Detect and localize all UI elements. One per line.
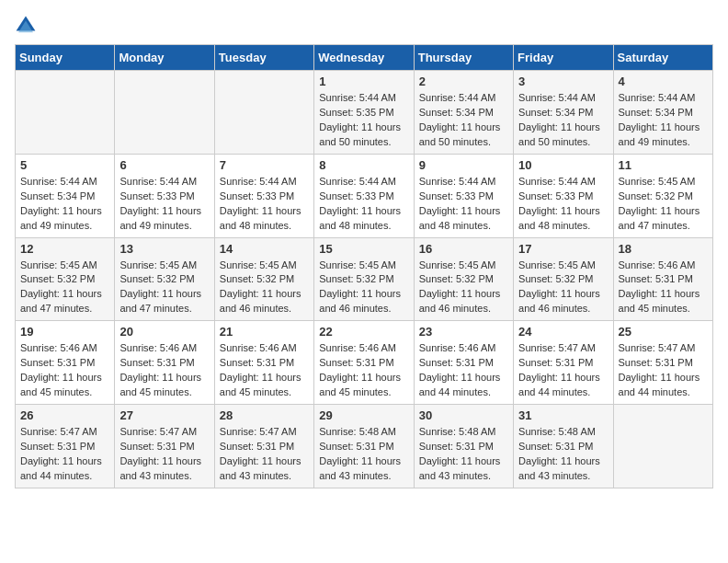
calendar-cell <box>613 405 712 488</box>
day-info: Sunrise: 5:47 AM Sunset: 5:31 PM Dayligh… <box>220 425 309 484</box>
day-info: Sunrise: 5:44 AM Sunset: 5:33 PM Dayligh… <box>119 175 209 234</box>
calendar-cell: 26Sunrise: 5:47 AM Sunset: 5:31 PM Dayli… <box>16 405 115 488</box>
calendar-cell: 17Sunrise: 5:45 AM Sunset: 5:32 PM Dayli… <box>514 237 613 321</box>
calendar-cell: 21Sunrise: 5:46 AM Sunset: 5:31 PM Dayli… <box>214 321 313 405</box>
header-day-saturday: Saturday <box>613 45 712 71</box>
calendar-cell: 2Sunrise: 5:44 AM Sunset: 5:34 PM Daylig… <box>414 71 513 155</box>
calendar-cell <box>214 71 313 155</box>
week-row-1: 1Sunrise: 5:44 AM Sunset: 5:35 PM Daylig… <box>16 71 713 155</box>
day-number: 21 <box>220 325 309 339</box>
calendar-cell: 29Sunrise: 5:48 AM Sunset: 5:31 PM Dayli… <box>314 405 414 488</box>
day-info: Sunrise: 5:45 AM Sunset: 5:32 PM Dayligh… <box>119 259 209 317</box>
day-info: Sunrise: 5:47 AM Sunset: 5:31 PM Dayligh… <box>518 341 608 400</box>
day-number: 13 <box>119 242 209 256</box>
calendar-cell: 12Sunrise: 5:45 AM Sunset: 5:32 PM Dayli… <box>16 237 115 321</box>
day-info: Sunrise: 5:45 AM Sunset: 5:32 PM Dayligh… <box>518 259 608 317</box>
logo-icon <box>15 15 37 37</box>
day-number: 1 <box>319 75 408 88</box>
day-number: 15 <box>319 242 408 256</box>
day-number: 19 <box>20 325 109 339</box>
header-day-monday: Monday <box>115 45 214 71</box>
day-number: 7 <box>220 158 309 172</box>
header-day-thursday: Thursday <box>414 45 513 71</box>
header-day-friday: Friday <box>514 45 613 71</box>
day-number: 9 <box>419 158 508 172</box>
day-number: 11 <box>619 158 708 172</box>
week-row-4: 19Sunrise: 5:46 AM Sunset: 5:31 PM Dayli… <box>16 321 713 405</box>
day-info: Sunrise: 5:45 AM Sunset: 5:32 PM Dayligh… <box>20 259 109 317</box>
day-number: 14 <box>220 242 309 256</box>
logo <box>15 15 40 37</box>
day-number: 2 <box>419 75 508 88</box>
header-day-tuesday: Tuesday <box>214 45 313 71</box>
day-info: Sunrise: 5:44 AM Sunset: 5:34 PM Dayligh… <box>518 91 608 150</box>
calendar-cell: 14Sunrise: 5:45 AM Sunset: 5:32 PM Dayli… <box>214 237 313 321</box>
day-info: Sunrise: 5:48 AM Sunset: 5:31 PM Dayligh… <box>319 425 408 484</box>
day-number: 6 <box>119 158 209 172</box>
day-info: Sunrise: 5:46 AM Sunset: 5:31 PM Dayligh… <box>619 259 708 317</box>
day-number: 23 <box>419 325 508 339</box>
calendar-cell: 22Sunrise: 5:46 AM Sunset: 5:31 PM Dayli… <box>314 321 414 405</box>
day-info: Sunrise: 5:48 AM Sunset: 5:31 PM Dayligh… <box>419 425 508 484</box>
day-number: 31 <box>518 408 608 422</box>
day-number: 28 <box>220 408 309 422</box>
calendar-cell: 16Sunrise: 5:45 AM Sunset: 5:32 PM Dayli… <box>414 237 513 321</box>
calendar-cell: 23Sunrise: 5:46 AM Sunset: 5:31 PM Dayli… <box>414 321 513 405</box>
day-number: 4 <box>619 75 708 88</box>
day-info: Sunrise: 5:44 AM Sunset: 5:33 PM Dayligh… <box>220 175 309 234</box>
day-number: 17 <box>518 242 608 256</box>
day-info: Sunrise: 5:46 AM Sunset: 5:31 PM Dayligh… <box>319 341 408 400</box>
day-info: Sunrise: 5:45 AM Sunset: 5:32 PM Dayligh… <box>319 259 408 317</box>
day-info: Sunrise: 5:47 AM Sunset: 5:31 PM Dayligh… <box>20 425 109 484</box>
day-number: 8 <box>319 158 408 172</box>
day-info: Sunrise: 5:45 AM Sunset: 5:32 PM Dayligh… <box>619 175 708 234</box>
calendar-cell: 31Sunrise: 5:48 AM Sunset: 5:31 PM Dayli… <box>514 405 613 488</box>
day-info: Sunrise: 5:44 AM Sunset: 5:33 PM Dayligh… <box>518 175 608 234</box>
calendar-cell: 11Sunrise: 5:45 AM Sunset: 5:32 PM Dayli… <box>613 154 712 237</box>
calendar-cell: 13Sunrise: 5:45 AM Sunset: 5:32 PM Dayli… <box>115 237 214 321</box>
day-number: 16 <box>419 242 508 256</box>
day-number: 3 <box>518 75 608 88</box>
calendar-cell: 7Sunrise: 5:44 AM Sunset: 5:33 PM Daylig… <box>214 154 313 237</box>
day-number: 5 <box>20 158 109 172</box>
day-number: 24 <box>518 325 608 339</box>
calendar-cell: 10Sunrise: 5:44 AM Sunset: 5:33 PM Dayli… <box>514 154 613 237</box>
day-info: Sunrise: 5:46 AM Sunset: 5:31 PM Dayligh… <box>119 341 209 400</box>
calendar-cell <box>115 71 214 155</box>
day-number: 27 <box>119 408 209 422</box>
day-info: Sunrise: 5:48 AM Sunset: 5:31 PM Dayligh… <box>518 425 608 484</box>
calendar-cell: 24Sunrise: 5:47 AM Sunset: 5:31 PM Dayli… <box>514 321 613 405</box>
page-header <box>15 15 713 37</box>
calendar-cell: 4Sunrise: 5:44 AM Sunset: 5:34 PM Daylig… <box>613 71 712 155</box>
header-day-sunday: Sunday <box>16 45 115 71</box>
week-row-2: 5Sunrise: 5:44 AM Sunset: 5:34 PM Daylig… <box>16 154 713 237</box>
day-info: Sunrise: 5:44 AM Sunset: 5:35 PM Dayligh… <box>319 91 408 150</box>
calendar-cell: 27Sunrise: 5:47 AM Sunset: 5:31 PM Dayli… <box>115 405 214 488</box>
day-number: 25 <box>619 325 708 339</box>
day-info: Sunrise: 5:45 AM Sunset: 5:32 PM Dayligh… <box>419 259 508 317</box>
calendar-cell: 18Sunrise: 5:46 AM Sunset: 5:31 PM Dayli… <box>613 237 712 321</box>
day-number: 20 <box>119 325 209 339</box>
calendar-cell <box>16 71 115 155</box>
day-info: Sunrise: 5:46 AM Sunset: 5:31 PM Dayligh… <box>220 341 309 400</box>
calendar-cell: 5Sunrise: 5:44 AM Sunset: 5:34 PM Daylig… <box>16 154 115 237</box>
day-info: Sunrise: 5:46 AM Sunset: 5:31 PM Dayligh… <box>419 341 508 400</box>
header-row: SundayMondayTuesdayWednesdayThursdayFrid… <box>16 45 713 71</box>
calendar-table: SundayMondayTuesdayWednesdayThursdayFrid… <box>15 44 713 488</box>
header-day-wednesday: Wednesday <box>314 45 414 71</box>
day-number: 26 <box>20 408 109 422</box>
day-info: Sunrise: 5:44 AM Sunset: 5:33 PM Dayligh… <box>419 175 508 234</box>
day-info: Sunrise: 5:44 AM Sunset: 5:34 PM Dayligh… <box>20 175 109 234</box>
calendar-cell: 20Sunrise: 5:46 AM Sunset: 5:31 PM Dayli… <box>115 321 214 405</box>
calendar-cell: 19Sunrise: 5:46 AM Sunset: 5:31 PM Dayli… <box>16 321 115 405</box>
day-info: Sunrise: 5:47 AM Sunset: 5:31 PM Dayligh… <box>119 425 209 484</box>
day-number: 29 <box>319 408 408 422</box>
day-number: 10 <box>518 158 608 172</box>
calendar-cell: 28Sunrise: 5:47 AM Sunset: 5:31 PM Dayli… <box>214 405 313 488</box>
day-number: 12 <box>20 242 109 256</box>
week-row-3: 12Sunrise: 5:45 AM Sunset: 5:32 PM Dayli… <box>16 237 713 321</box>
day-info: Sunrise: 5:47 AM Sunset: 5:31 PM Dayligh… <box>619 341 708 400</box>
calendar-cell: 1Sunrise: 5:44 AM Sunset: 5:35 PM Daylig… <box>314 71 414 155</box>
day-info: Sunrise: 5:45 AM Sunset: 5:32 PM Dayligh… <box>220 259 309 317</box>
calendar-cell: 8Sunrise: 5:44 AM Sunset: 5:33 PM Daylig… <box>314 154 414 237</box>
